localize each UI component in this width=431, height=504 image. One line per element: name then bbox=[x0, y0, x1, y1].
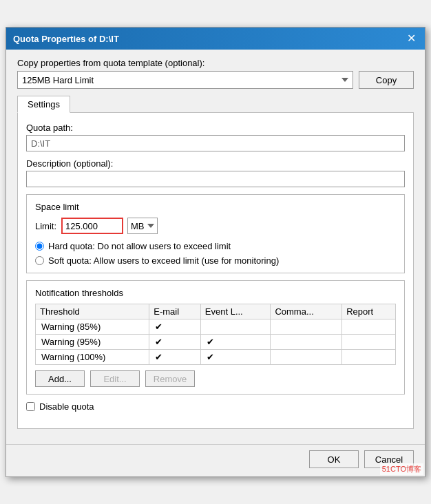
template-label: Copy properties from quota template (opt… bbox=[17, 58, 414, 68]
quota-path-input bbox=[26, 135, 405, 151]
email-85: ✔ bbox=[149, 319, 201, 335]
table-row: Warning (85%) ✔ bbox=[36, 319, 396, 335]
template-select[interactable]: 125MB Hard Limit250MB Hard Limit500MB Ha… bbox=[17, 71, 353, 89]
threshold-buttons: Add... Edit... Remove bbox=[35, 370, 396, 387]
title-bar: Quota Properties of D:\IT ✕ bbox=[6, 28, 425, 50]
notification-group: Notification thresholds Threshold E-mail… bbox=[26, 280, 405, 395]
soft-quota-radio[interactable] bbox=[35, 256, 44, 265]
col-report: Report bbox=[342, 304, 396, 319]
close-button[interactable]: ✕ bbox=[404, 32, 418, 45]
footer-wrapper: OK Cancel 51CTO博客 bbox=[6, 444, 425, 476]
threshold-85: Warning (85%) bbox=[36, 319, 149, 335]
threshold-table: Threshold E-mail Event L... Comma... Rep… bbox=[35, 304, 396, 365]
command-85 bbox=[271, 319, 342, 335]
report-95 bbox=[342, 335, 396, 350]
quota-path-group: Quota path: bbox=[26, 123, 405, 151]
email-95: ✔ bbox=[149, 335, 201, 350]
quota-path-label: Quota path: bbox=[26, 123, 405, 133]
col-email: E-mail bbox=[149, 304, 201, 319]
dialog-footer: OK Cancel bbox=[6, 444, 425, 476]
quota-properties-dialog: Quota Properties of D:\IT ✕ Copy propert… bbox=[6, 27, 425, 477]
watermark: 51CTO博客 bbox=[380, 463, 423, 475]
command-100 bbox=[271, 350, 342, 365]
window-title: Quota Properties of D:\IT bbox=[13, 34, 119, 44]
table-row: Warning (95%) ✔ ✔ bbox=[36, 335, 396, 350]
description-label: Description (optional): bbox=[26, 158, 405, 169]
dialog-body: Copy properties from quota template (opt… bbox=[6, 50, 425, 444]
hard-quota-row[interactable]: Hard quota: Do not allow users to exceed… bbox=[35, 241, 396, 251]
unit-select[interactable]: MBGBTB bbox=[127, 218, 158, 234]
remove-button[interactable]: Remove bbox=[145, 370, 195, 387]
email-100: ✔ bbox=[149, 350, 201, 365]
template-row: 125MB Hard Limit250MB Hard Limit500MB Ha… bbox=[17, 71, 414, 89]
copy-button[interactable]: Copy bbox=[359, 71, 414, 89]
threshold-95: Warning (95%) bbox=[36, 335, 149, 350]
soft-quota-row[interactable]: Soft quota: Allow users to exceed limit … bbox=[35, 255, 396, 266]
description-group: Description (optional): bbox=[26, 158, 405, 187]
command-95 bbox=[271, 335, 342, 350]
eventlog-100: ✔ bbox=[200, 350, 271, 365]
quota-type-group: Hard quota: Do not allow users to exceed… bbox=[35, 241, 396, 266]
disable-quota-row: Disable quota bbox=[26, 401, 405, 412]
edit-button[interactable]: Edit... bbox=[90, 370, 140, 387]
limit-row: Limit: MBGBTB bbox=[35, 218, 396, 234]
ok-button[interactable]: OK bbox=[309, 450, 359, 468]
disable-quota-checkbox[interactable] bbox=[26, 402, 35, 411]
col-eventlog: Event L... bbox=[200, 304, 271, 319]
tab-bar: Settings bbox=[17, 96, 414, 113]
settings-panel: Quota path: Description (optional): Spac… bbox=[17, 113, 414, 429]
description-input[interactable] bbox=[26, 171, 405, 187]
table-row: Warning (100%) ✔ ✔ bbox=[36, 350, 396, 365]
tab-settings[interactable]: Settings bbox=[17, 96, 70, 113]
hard-quota-radio[interactable] bbox=[35, 242, 44, 251]
soft-quota-label: Soft quota: Allow users to exceed limit … bbox=[48, 255, 279, 266]
add-button[interactable]: Add... bbox=[35, 370, 85, 387]
col-threshold: Threshold bbox=[36, 304, 149, 319]
report-85 bbox=[342, 319, 396, 335]
eventlog-85 bbox=[200, 319, 271, 335]
space-limit-group: Space limit Limit: MBGBTB Hard quota: Do… bbox=[26, 194, 405, 273]
hard-quota-label: Hard quota: Do not allow users to exceed… bbox=[48, 241, 231, 251]
report-100 bbox=[342, 350, 396, 365]
notification-title: Notification thresholds bbox=[35, 288, 396, 298]
eventlog-95: ✔ bbox=[200, 335, 271, 350]
limit-label: Limit: bbox=[35, 221, 57, 231]
limit-input[interactable] bbox=[61, 218, 123, 234]
disable-quota-label: Disable quota bbox=[39, 401, 94, 412]
threshold-100: Warning (100%) bbox=[36, 350, 149, 365]
template-section: Copy properties from quota template (opt… bbox=[17, 58, 414, 89]
col-command: Comma... bbox=[271, 304, 342, 319]
space-limit-title: Space limit bbox=[35, 202, 396, 212]
